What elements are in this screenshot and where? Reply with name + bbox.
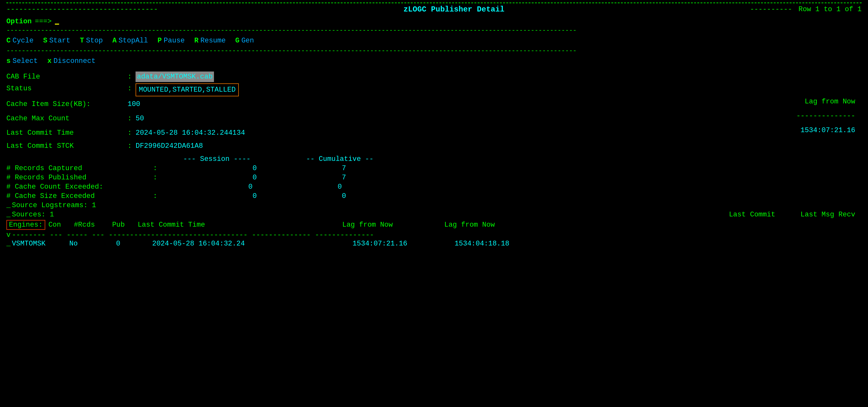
menu-item-gen[interactable]: G Gen — [235, 37, 254, 45]
label-cycle: Cycle — [12, 37, 33, 45]
label-disconnect: Disconnect — [54, 57, 96, 65]
source-logstreams-row: _ Source Logstreams: 1 — [6, 201, 862, 209]
engines-data-lcl: 1534:07:21.16 — [299, 240, 407, 248]
lag-value-display: 1534:07:21.16 — [740, 126, 855, 135]
title-dashes-right: ---------- — [750, 5, 792, 13]
cache-size-exceeded-row: # Cache Size Exceeded : 0 0 — [6, 192, 862, 200]
row-info: Row 1 to 1 of 1 — [799, 5, 862, 13]
cache-item-size-value: 100 — [128, 99, 140, 110]
key-g: G — [235, 37, 240, 45]
key-x: x — [47, 57, 51, 65]
option-row: Option ===> _ — [6, 18, 862, 26]
engines-divider-line: -------- --- ----- --- -----------------… — [12, 231, 374, 239]
label-gen: Gen — [241, 37, 254, 45]
option-input[interactable]: _ — [55, 18, 119, 26]
records-published-label: # Records Published — [6, 174, 153, 182]
engines-data-mrl: 1534:04:18.18 — [407, 240, 516, 248]
label-select: Select — [12, 57, 38, 65]
sources-text: Sources: 1 — [12, 211, 729, 219]
engines-col-con: Con — [49, 221, 74, 229]
engines-data-lct: 2024-05-28 16:04:32.24 — [152, 240, 299, 248]
records-published-colon: : — [153, 174, 157, 182]
key-s: S — [43, 37, 47, 45]
divider-2: ----------------------------------------… — [6, 47, 862, 55]
menu-item-resume[interactable]: R Resume — [194, 37, 225, 45]
sources-row: _ Sources: 1 Last Commit Last Msg Recv — [6, 211, 862, 219]
title-dashes-left: ------------------------------------ — [6, 5, 158, 13]
v-prefix: v — [6, 231, 10, 239]
engines-col-pub: Pub — [112, 221, 138, 229]
source-logstreams-text: Source Logstreams: 1 — [12, 201, 96, 209]
engines-col-lcl: Lag from Now — [284, 221, 393, 229]
records-captured-cumulative: 7 — [308, 165, 346, 172]
cumulative-label: -- Cumulative -- — [306, 155, 373, 163]
cache-max-count-row: Cache Max Count : 50 -------------- — [6, 112, 862, 125]
key-p: P — [158, 37, 162, 45]
cache-size-exceeded-session: 0 — [161, 192, 276, 200]
status-label: Status — [6, 83, 128, 94]
left-panel: CAB File : adata/VSMTOMSK.cab Status : M… — [6, 70, 862, 249]
app-title: zLOGC Publisher Detail — [158, 5, 750, 14]
cache-item-size-inner: Cache Item Size(KB): 100 — [6, 99, 740, 110]
engines-data-underscore: _ — [6, 240, 10, 248]
cache-size-exceeded-cumulative: 0 — [308, 192, 346, 200]
last-commit-time-colon: : — [128, 128, 132, 138]
records-captured-colon: : — [153, 165, 157, 172]
engines-data-row: _ VSMTOMSK No 0 2024-05-28 16:04:32.24 1… — [6, 240, 862, 248]
cab-file-label: CAB File — [6, 71, 128, 82]
last-commit-time-label: Last Commit Time — [6, 128, 128, 138]
menu-item-select[interactable]: s Select — [6, 57, 38, 65]
status-value: MOUNTED,STARTED,STALLED — [135, 83, 239, 96]
engines-data-engine: VSMTOMSK — [12, 240, 69, 248]
last-commit-time-row: Last Commit Time : 2024-05-28 16:04:32.2… — [6, 126, 862, 140]
last-commit-stck-value: DF2996D242DA61A8 — [135, 141, 203, 151]
engines-col-rcds: #Rcds — [74, 221, 112, 229]
engines-header-row: Engines: Con #Rcds Pub Last Commit Time … — [6, 220, 862, 230]
menu-item-stop[interactable]: T Stop — [80, 37, 103, 45]
lag-value-section: 1534:07:21.16 — [740, 126, 862, 135]
label-start: Start — [49, 37, 70, 45]
menu-item-disconnect[interactable]: x Disconnect — [47, 57, 95, 65]
option-label: Option — [6, 18, 32, 26]
menu-item-stopall[interactable]: A StopAll — [112, 37, 148, 45]
cache-size-exceeded-colon: : — [153, 192, 157, 200]
engines-col-lct: Last Commit Time — [138, 221, 284, 229]
cab-file-prefix: adata/VSMTOMSK.cab — [135, 71, 214, 82]
option-arrow: ===> — [35, 18, 52, 26]
key-t: T — [80, 37, 84, 45]
cache-item-size-label: Cache Item Size(KB): — [6, 99, 128, 110]
menu-row-2: s Select x Disconnect — [6, 57, 862, 65]
lag-divider-line: -------------- — [740, 112, 855, 120]
status-colon: : — [128, 83, 132, 94]
engines-col-mrl: Lag from Now — [393, 221, 501, 229]
records-captured-row: # Records Captured : 0 7 — [6, 165, 862, 172]
menu-item-cycle[interactable]: C Cycle — [6, 37, 33, 45]
label-resume: Resume — [200, 37, 226, 45]
last-commit-lag-header: Last Commit Last Msg Recv — [729, 211, 862, 219]
key-s-lower: s — [6, 57, 10, 65]
engines-data-con: No — [69, 240, 95, 248]
main-content-area: CAB File : adata/VSMTOMSK.cab Status : M… — [6, 70, 862, 249]
label-stop: Stop — [86, 37, 103, 45]
menu-row-1: C Cycle S Start T Stop A StopAll P Pause… — [6, 37, 862, 45]
label-stopall: StopAll — [119, 37, 148, 45]
records-published-row: # Records Published : 0 7 — [6, 174, 862, 182]
cache-count-exceeded-cumulative: 0 — [304, 183, 342, 191]
lag-divider-section: -------------- — [740, 112, 862, 120]
lag-from-now-label: Lag from Now — [740, 98, 855, 106]
last-commit-time-inner: Last Commit Time : 2024-05-28 16:04:32.2… — [6, 128, 740, 138]
sources-underscore: _ — [6, 211, 10, 219]
menu-item-start[interactable]: S Start — [43, 37, 70, 45]
cache-count-exceeded-label: # Cache Count Exceeded: — [6, 183, 159, 191]
cache-max-count-inner: Cache Max Count : 50 — [6, 113, 740, 124]
menu-item-pause[interactable]: P Pause — [158, 37, 185, 45]
of-text: of — [845, 5, 853, 13]
to-text: to — [824, 5, 832, 13]
divider-1: ----------------------------------------… — [6, 27, 862, 34]
cache-item-size-row: Cache Item Size(KB): 100 Lag from Now — [6, 98, 862, 111]
main-screen: ------------------------------------ zLO… — [0, 0, 868, 407]
cache-count-exceeded-session: 0 — [163, 183, 272, 191]
records-published-session: 0 — [161, 174, 276, 182]
cab-file-colon: : — [128, 71, 132, 82]
cache-count-exceeded-row: # Cache Count Exceeded: 0 0 — [6, 183, 862, 191]
